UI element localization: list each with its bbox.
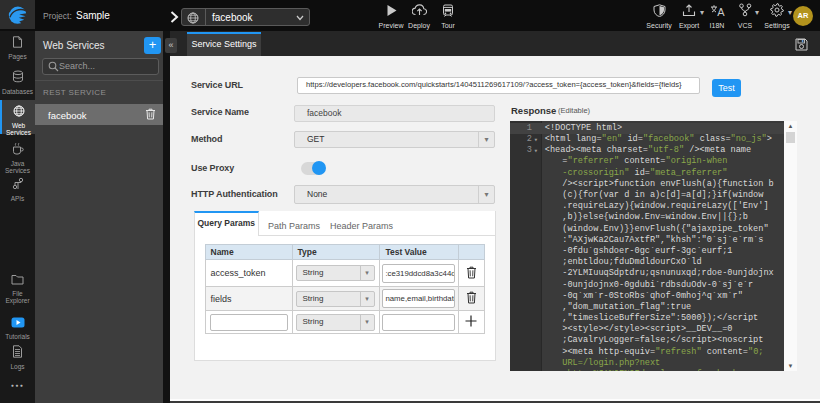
svg-text:A: A <box>717 6 725 17</box>
